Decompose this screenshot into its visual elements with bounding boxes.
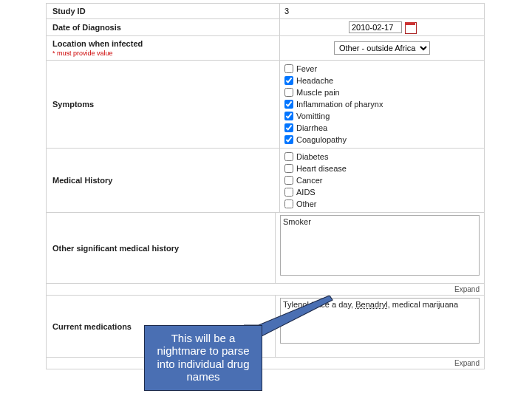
location-select[interactable]: Other - outside Africa [334,41,430,55]
value-study-id: 3 [279,4,484,18]
calendar-icon[interactable] [405,22,415,33]
row-other-history: Other significant medical history [46,213,485,284]
symptom-option-label: Muscle pain [296,88,340,97]
label-diagnosis-date: Date of Diagnosis [47,19,279,35]
symptom-option-label: Diarrhea [296,123,327,132]
other-history-textarea[interactable] [281,216,479,273]
symptom-option-label: Coagulopathy [296,135,347,144]
label-other-history: Other significant medical history [47,213,275,283]
label-text: Study ID [52,7,273,16]
expand-row-other-history: Expand [46,284,485,296]
symptom-option-label: Vomitting [296,112,330,120]
medical-history-option: Heart disease [284,163,480,174]
medical-history-option: AIDS [284,186,480,198]
row-location: Location when infected * must provide va… [46,36,485,61]
study-id-value: 3 [284,7,480,16]
other-history-textarea-wrap [280,215,480,276]
label-study-id: Study ID [47,4,279,18]
callout-box: This will be a nightmare to parse into i… [144,325,262,391]
symptom-option: Coagulopathy [284,134,480,146]
label-text: Other significant medical history [52,244,269,253]
symptom-checkbox[interactable] [284,76,293,85]
medical-history-checkbox[interactable] [284,176,293,185]
symptom-option-label: Headache [296,76,333,85]
medical-history-option-label: Diabetes [296,152,328,161]
medical-history-option-label: Heart disease [296,164,347,173]
label-text: Location when infected [52,39,273,48]
label-text: Date of Diagnosis [52,23,273,32]
symptom-option: Vomitting [284,110,480,122]
value-diagnosis-date [279,19,484,35]
medical-history-option-label: Other [296,200,317,208]
row-study-id: Study ID 3 [46,3,485,19]
symptom-checkbox[interactable] [284,123,293,132]
medical-history-option: Cancer [284,174,480,186]
medical-history-option: Diabetes [284,151,480,163]
medical-history-checkbox[interactable] [284,200,293,208]
expand-link[interactable]: Expand [454,285,480,293]
value-symptoms: FeverHeadacheMuscle painInflammation of … [279,61,484,148]
symptom-checkbox[interactable] [284,112,293,120]
medical-history-checkbox[interactable] [284,152,293,161]
row-medical-history: Medical History DiabetesHeart diseaseCan… [46,149,485,213]
label-text: Symptoms [52,100,273,109]
medical-history-checkbox[interactable] [284,188,293,197]
value-location: Other - outside Africa [279,36,484,60]
label-text: Medical History [52,176,273,185]
symptom-option-label: Fever [296,64,317,73]
value-medical-history: DiabetesHeart diseaseCancerAIDSOther [279,149,484,212]
symptom-option: Fever [284,63,480,75]
symptom-option: Inflammation of pharynx [284,98,480,110]
label-medical-history: Medical History [47,149,279,212]
symptom-option-label: Inflammation of pharynx [296,100,383,109]
expand-link[interactable]: Expand [454,359,480,367]
value-other-history [275,213,484,283]
symptom-option: Diarrhea [284,122,480,134]
diagnosis-date-input[interactable] [349,21,402,33]
symptom-option: Headache [284,75,480,86]
symptom-checkbox[interactable] [284,135,293,144]
required-note: * must provide value [52,50,273,57]
expand-row-current-meds: Expand [46,358,485,369]
label-location: Location when infected * must provide va… [47,36,279,60]
symptom-checkbox[interactable] [284,64,293,73]
medical-history-option-label: Cancer [296,176,322,185]
row-symptoms: Symptoms FeverHeadacheMuscle painInflamm… [46,61,485,149]
symptom-checkbox[interactable] [284,100,293,109]
medical-history-option-label: AIDS [296,188,316,197]
symptom-option: Muscle pain [284,86,480,98]
symptom-checkbox[interactable] [284,88,293,97]
medical-history-checkbox[interactable] [284,164,293,173]
row-diagnosis-date: Date of Diagnosis [46,19,485,36]
label-symptoms: Symptoms [47,61,279,148]
medical-history-option: Other [284,198,480,210]
callout-text: This will be a nightmare to parse into i… [157,332,249,383]
